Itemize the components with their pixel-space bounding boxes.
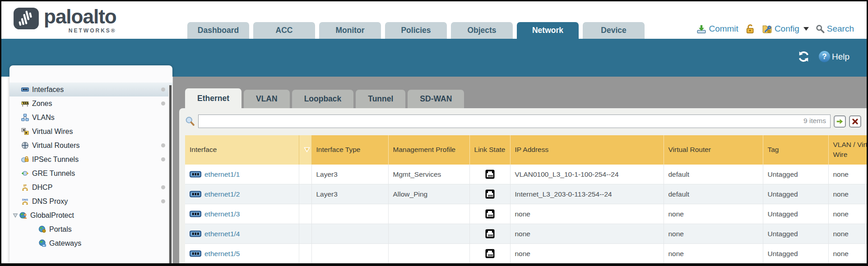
cell-vrouter: none bbox=[664, 244, 763, 264]
tab-monitor[interactable]: Monitor bbox=[319, 22, 381, 39]
sidebar-item-gateways[interactable]: Gateways bbox=[9, 236, 172, 250]
col-ip-address[interactable]: IP Address bbox=[510, 135, 664, 165]
sidebar-scrollbar[interactable] bbox=[168, 85, 172, 263]
cell-type bbox=[311, 224, 388, 244]
main-content: Ethernet VLAN Loopback Tunnel SD-WAN 9 i… bbox=[173, 77, 867, 263]
interface-link[interactable]: ethernet1/1 bbox=[204, 170, 240, 179]
config-icon bbox=[762, 23, 772, 34]
sidebar-item-gre-tunnels[interactable]: GRE Tunnels bbox=[9, 166, 172, 180]
cell-tag: Untagged bbox=[763, 184, 828, 204]
secondary-bar-actions: ? Help bbox=[798, 50, 849, 63]
interface-icon bbox=[190, 171, 201, 178]
tab-device[interactable]: Device bbox=[583, 22, 645, 39]
interface-subtabs: Ethernet VLAN Loopback Tunnel SD-WAN bbox=[185, 88, 867, 108]
subtab-loopback[interactable]: Loopback bbox=[292, 90, 354, 108]
chevron-down-icon bbox=[803, 27, 809, 31]
dns-proxy-icon: DNS bbox=[21, 197, 29, 205]
interface-link[interactable]: ethernet1/4 bbox=[204, 230, 240, 238]
top-header: paloalto NETWORKS® Dashboard ACC Monitor… bbox=[1, 1, 867, 39]
sidebar-scrollbar-thumb[interactable] bbox=[169, 85, 172, 263]
sidebar-item-dhcp[interactable]: IP DHCP bbox=[9, 180, 172, 194]
cell-vlan: none bbox=[828, 204, 867, 224]
cell-vlan: none bbox=[828, 224, 867, 244]
sidebar-item-globalprotect[interactable]: GlobalProtect bbox=[9, 208, 172, 222]
sidebar-item-virtual-routers[interactable]: Virtual Routers bbox=[9, 138, 172, 152]
subtab-vlan[interactable]: VLAN bbox=[244, 90, 290, 108]
cell-tag: Untagged bbox=[763, 244, 828, 264]
interfaces-table: Interface Interface Type Management Prof… bbox=[185, 135, 867, 264]
help-icon: ? bbox=[819, 51, 830, 62]
table-row: ethernet1/2 Layer3 Allow_Ping Internet_L… bbox=[185, 184, 867, 204]
link-state-icon[interactable] bbox=[485, 248, 495, 259]
link-state-icon[interactable] bbox=[485, 209, 495, 219]
sidebar-item-vlans[interactable]: VLANs bbox=[9, 110, 172, 124]
lock-icon[interactable] bbox=[745, 24, 755, 34]
help-label: Help bbox=[832, 52, 849, 62]
col-interface[interactable]: Interface bbox=[185, 135, 299, 165]
collapse-triangle-icon[interactable] bbox=[13, 213, 18, 218]
cell-tag: Untagged bbox=[763, 224, 828, 244]
tab-objects[interactable]: Objects bbox=[451, 22, 513, 39]
sidebar-item-virtual-wires[interactable]: Virtual Wires bbox=[9, 124, 172, 138]
search-icon bbox=[816, 24, 825, 33]
commit-icon bbox=[696, 24, 706, 34]
cell-vlan: none bbox=[828, 244, 867, 264]
search-button[interactable]: Search bbox=[816, 24, 854, 34]
brand-subtext: NETWORKS® bbox=[69, 28, 116, 34]
config-label: Config bbox=[775, 24, 799, 34]
status-dot bbox=[161, 143, 165, 147]
subtab-sdwan[interactable]: SD-WAN bbox=[408, 90, 464, 108]
refresh-icon[interactable] bbox=[798, 50, 810, 63]
commit-button[interactable]: Commit bbox=[696, 24, 738, 34]
brand-text: paloalto bbox=[44, 7, 116, 27]
gre-tunnels-icon bbox=[21, 170, 29, 177]
col-interface-filter[interactable] bbox=[299, 135, 311, 165]
interfaces-icon bbox=[21, 86, 29, 93]
interface-link[interactable]: ethernet1/3 bbox=[204, 210, 240, 218]
ipsec-tunnels-icon bbox=[21, 156, 29, 163]
cell-tag: Untagged bbox=[763, 165, 828, 184]
subtab-ethernet[interactable]: Ethernet bbox=[185, 88, 241, 108]
filter-input[interactable] bbox=[198, 115, 831, 128]
sidebar-item-interfaces[interactable]: Interfaces bbox=[9, 83, 172, 96]
interface-icon bbox=[190, 230, 201, 237]
cell-ip: Internet_L3_203-0-113-254--24 bbox=[510, 184, 664, 204]
col-management-profile[interactable]: Management Profile bbox=[388, 135, 469, 165]
red-x-icon bbox=[852, 118, 859, 125]
col-vlan-virtual-wire[interactable]: VLAN / Virtual Wire bbox=[828, 135, 867, 165]
clear-filter-button[interactable] bbox=[849, 115, 861, 128]
green-arrow-icon bbox=[836, 118, 844, 125]
config-dropdown[interactable]: Config bbox=[762, 23, 809, 34]
interface-link[interactable]: ethernet1/2 bbox=[204, 190, 240, 198]
tab-policies[interactable]: Policies bbox=[385, 22, 447, 39]
globalprotect-icon bbox=[19, 211, 27, 219]
col-virtual-router[interactable]: Virtual Router bbox=[664, 135, 763, 165]
help-button[interactable]: ? Help bbox=[819, 51, 849, 62]
filter-row: 9 items bbox=[185, 113, 867, 130]
svg-text:DNS: DNS bbox=[22, 198, 28, 201]
sidebar-item-zones[interactable]: Zones bbox=[9, 96, 172, 110]
subtab-tunnel[interactable]: Tunnel bbox=[356, 90, 405, 108]
apply-filter-button[interactable] bbox=[834, 115, 846, 128]
interface-link[interactable]: ethernet1/5 bbox=[204, 250, 240, 258]
cell-type: Layer3 bbox=[311, 184, 388, 204]
link-state-icon[interactable] bbox=[485, 189, 495, 199]
tab-network[interactable]: Network bbox=[517, 22, 579, 39]
tab-acc[interactable]: ACC bbox=[253, 22, 315, 39]
zones-icon bbox=[21, 100, 29, 107]
cell-tag: Untagged bbox=[763, 204, 828, 224]
link-state-icon[interactable] bbox=[485, 229, 495, 239]
tab-dashboard[interactable]: Dashboard bbox=[187, 22, 249, 39]
status-dot bbox=[161, 101, 165, 105]
col-link-state[interactable]: Link State bbox=[469, 135, 510, 165]
status-dot bbox=[161, 185, 165, 189]
sidebar-item-ipsec-tunnels[interactable]: IPSec Tunnels bbox=[9, 152, 172, 166]
cell-vlan: none bbox=[828, 184, 867, 204]
col-interface-type[interactable]: Interface Type bbox=[311, 135, 388, 165]
sidebar-item-portals[interactable]: Portals bbox=[9, 222, 172, 236]
col-tag[interactable]: Tag bbox=[763, 135, 828, 165]
gateways-icon bbox=[38, 239, 46, 247]
link-state-icon[interactable] bbox=[485, 169, 495, 179]
cell-mgmt: Mgmt_Services bbox=[388, 165, 469, 184]
sidebar-item-dns-proxy[interactable]: DNS DNS Proxy bbox=[9, 194, 172, 208]
